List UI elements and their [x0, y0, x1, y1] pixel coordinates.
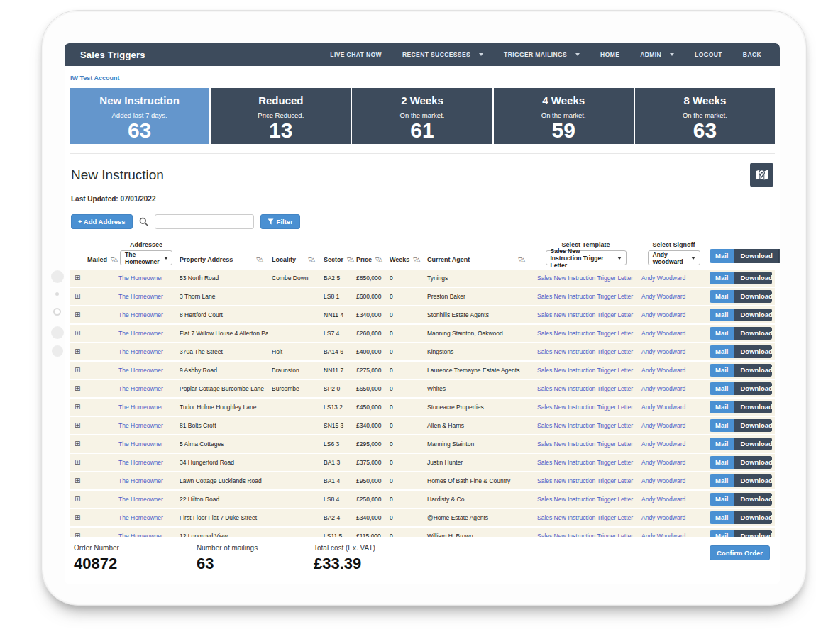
stat-card[interactable]: 2 Weeks On the market. 61: [352, 88, 492, 144]
template-link[interactable]: Sales New Instruction Trigger Letter: [537, 514, 633, 521]
expand-row-icon[interactable]: ⊞: [75, 274, 80, 282]
signoff-link[interactable]: Andy Woodward: [641, 404, 685, 411]
template-link[interactable]: Sales New Instruction Trigger Letter: [537, 293, 633, 300]
download-button[interactable]: Download: [734, 438, 772, 450]
expand-row-icon[interactable]: ⊞: [75, 477, 80, 484]
signoff-link[interactable]: Andy Woodward: [641, 459, 685, 466]
download-button[interactable]: Download: [734, 364, 772, 377]
template-link[interactable]: Sales New Instruction Trigger Letter: [537, 459, 633, 466]
sort-icons[interactable]: ▽△: [518, 257, 524, 262]
download-button[interactable]: Download: [734, 401, 772, 413]
mail-all-button[interactable]: Mail: [710, 249, 734, 263]
expand-row-icon[interactable]: ⊞: [75, 533, 80, 537]
signoff-link[interactable]: Andy Woodward: [641, 311, 685, 318]
addressee-link[interactable]: The Homeowner: [118, 459, 163, 466]
expand-row-icon[interactable]: ⊞: [75, 330, 80, 337]
download-button[interactable]: Download: [734, 530, 772, 537]
expand-row-icon[interactable]: ⊞: [75, 348, 80, 355]
nav-menu-item[interactable]: HOME: [600, 51, 619, 58]
stat-card[interactable]: 4 Weeks On the market. 59: [494, 88, 634, 144]
addressee-link[interactable]: The Homeowner: [118, 514, 163, 521]
expand-row-icon[interactable]: ⊞: [75, 422, 80, 429]
template-link[interactable]: Sales New Instruction Trigger Letter: [537, 404, 633, 411]
template-link[interactable]: Sales New Instruction Trigger Letter: [537, 422, 633, 429]
sort-icons[interactable]: ▽△: [375, 257, 382, 262]
signoff-link[interactable]: Andy Woodward: [641, 385, 685, 392]
addressee-link[interactable]: The Homeowner: [118, 330, 163, 337]
download-button[interactable]: Download: [734, 456, 772, 469]
stat-card[interactable]: New Instruction Added last 7 days. 63: [70, 88, 209, 144]
add-address-button[interactable]: + Add Address: [71, 214, 133, 229]
signoff-link[interactable]: Andy Woodward: [641, 533, 685, 537]
mail-button[interactable]: Mail: [710, 474, 734, 487]
addressee-link[interactable]: The Homeowner: [118, 477, 163, 484]
nav-menu-item[interactable]: LOGOUT: [695, 51, 722, 58]
expand-row-icon[interactable]: ⊞: [75, 385, 80, 392]
signoff-link[interactable]: Andy Woodward: [641, 477, 685, 484]
nav-menu-item[interactable]: TRIGGER MAILINGS: [504, 51, 580, 58]
confirm-order-button[interactable]: Confirm Order: [710, 545, 770, 560]
template-link[interactable]: Sales New Instruction Trigger Letter: [537, 533, 633, 537]
filter-button[interactable]: Filter: [260, 214, 300, 229]
sort-icons[interactable]: ▽△: [413, 257, 419, 262]
sort-icons[interactable]: ▽△: [256, 257, 263, 262]
mail-button[interactable]: Mail: [710, 401, 734, 413]
addressee-link[interactable]: The Homeowner: [118, 348, 163, 355]
account-link[interactable]: IW Test Account: [70, 74, 120, 82]
signoff-link[interactable]: Andy Woodward: [641, 440, 685, 448]
download-button[interactable]: Download: [734, 327, 772, 340]
mail-button[interactable]: Mail: [710, 309, 734, 321]
mail-button[interactable]: Mail: [710, 290, 734, 303]
expand-row-icon[interactable]: ⊞: [75, 311, 80, 318]
download-button[interactable]: Download: [734, 419, 772, 432]
mail-button[interactable]: Mail: [710, 345, 734, 358]
signoff-select[interactable]: Andy Woodward: [648, 250, 700, 265]
download-button[interactable]: Download: [734, 511, 772, 524]
template-select[interactable]: Sales New Instruction Trigger Letter: [546, 250, 627, 265]
template-link[interactable]: Sales New Instruction Trigger Letter: [537, 496, 633, 503]
addressee-link[interactable]: The Homeowner: [118, 422, 163, 429]
mail-button[interactable]: Mail: [710, 493, 734, 506]
expand-row-icon[interactable]: ⊞: [75, 404, 80, 411]
template-link[interactable]: Sales New Instruction Trigger Letter: [537, 348, 633, 355]
template-link[interactable]: Sales New Instruction Trigger Letter: [537, 311, 633, 318]
addressee-link[interactable]: The Homeowner: [118, 404, 163, 411]
download-button[interactable]: Download: [734, 474, 772, 487]
download-button[interactable]: Download: [734, 493, 772, 506]
expand-row-icon[interactable]: ⊞: [75, 440, 80, 448]
addressee-link[interactable]: The Homeowner: [118, 440, 163, 448]
expand-row-icon[interactable]: ⊞: [75, 293, 80, 300]
nav-menu-item[interactable]: BACK: [743, 51, 761, 58]
template-link[interactable]: Sales New Instruction Trigger Letter: [537, 385, 633, 392]
signoff-link[interactable]: Andy Woodward: [641, 514, 685, 521]
download-button[interactable]: Download: [734, 290, 772, 303]
mail-button[interactable]: Mail: [710, 419, 734, 432]
download-button[interactable]: Download: [734, 309, 772, 321]
expand-row-icon[interactable]: ⊞: [75, 367, 80, 374]
signoff-link[interactable]: Andy Woodward: [641, 367, 685, 374]
remove-all-button[interactable]: ✖: [778, 249, 780, 263]
template-link[interactable]: Sales New Instruction Trigger Letter: [537, 367, 633, 374]
mail-button[interactable]: Mail: [710, 511, 734, 524]
signoff-link[interactable]: Andy Woodward: [641, 496, 685, 503]
expand-row-icon[interactable]: ⊞: [75, 514, 80, 521]
template-link[interactable]: Sales New Instruction Trigger Letter: [537, 440, 633, 448]
nav-menu-item[interactable]: RECENT SUCCESSES: [402, 51, 483, 58]
signoff-link[interactable]: Andy Woodward: [641, 274, 685, 282]
download-button[interactable]: Download: [734, 272, 772, 284]
map-view-button[interactable]: [750, 163, 773, 187]
template-link[interactable]: Sales New Instruction Trigger Letter: [537, 477, 633, 484]
signoff-link[interactable]: Andy Woodward: [641, 330, 685, 337]
mail-button[interactable]: Mail: [710, 456, 734, 469]
stat-card[interactable]: Reduced Price Reduced. 13: [211, 88, 351, 144]
addressee-link[interactable]: The Homeowner: [118, 311, 163, 318]
expand-row-icon[interactable]: ⊞: [75, 459, 80, 466]
mail-button[interactable]: Mail: [710, 438, 734, 450]
search-input[interactable]: [155, 214, 254, 229]
expand-row-icon[interactable]: ⊞: [75, 496, 80, 503]
signoff-link[interactable]: Andy Woodward: [641, 293, 685, 300]
addressee-link[interactable]: The Homeowner: [118, 274, 163, 282]
download-all-button[interactable]: Download: [734, 249, 778, 263]
mail-button[interactable]: Mail: [710, 327, 734, 340]
download-button[interactable]: Download: [734, 382, 772, 395]
